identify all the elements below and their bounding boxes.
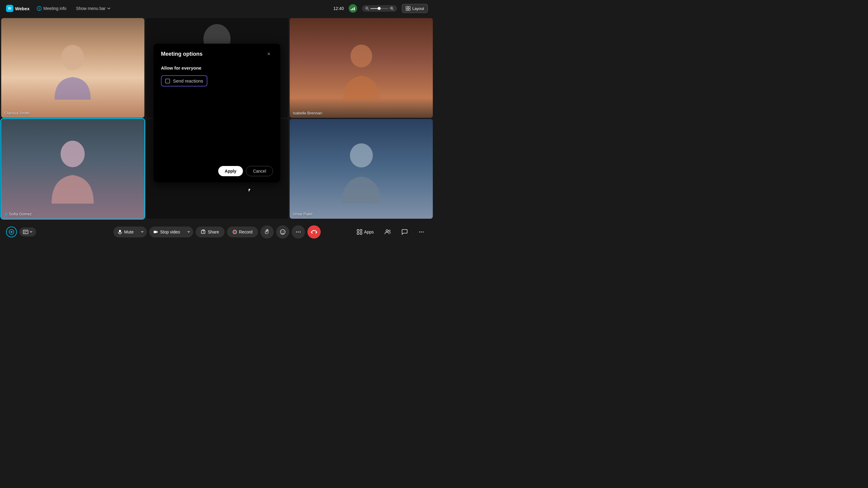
toolbar-center: Mute Stop video xyxy=(113,225,321,238)
svg-rect-43 xyxy=(360,230,362,231)
svg-line-5 xyxy=(368,9,369,10)
svg-rect-11 xyxy=(406,6,408,8)
zoom-in-icon[interactable] xyxy=(390,6,394,10)
info-icon xyxy=(37,6,41,11)
more-dots-icon xyxy=(296,229,301,235)
microphone-icon xyxy=(118,230,122,234)
stop-video-label: Stop video xyxy=(160,230,180,234)
close-icon: × xyxy=(267,51,271,57)
stop-video-split-button: Stop video xyxy=(149,227,193,237)
participant-sofia-label: Sofia Gomez xyxy=(4,212,32,216)
meeting-options-modal: Meeting options × Allow for everyone Sen… xyxy=(154,44,280,182)
share-label: Share xyxy=(208,230,219,234)
svg-rect-1 xyxy=(351,9,352,10)
record-icon xyxy=(232,230,237,234)
end-call-button[interactable] xyxy=(307,225,321,238)
webex-logo-icon: W xyxy=(6,5,13,12)
stop-video-chevron-icon xyxy=(187,230,190,233)
more-horizontal-icon xyxy=(418,229,425,235)
captions-chevron-icon xyxy=(30,230,33,233)
bottom-toolbar: Mute Stop video xyxy=(0,220,434,244)
share-button[interactable]: Share xyxy=(195,227,224,237)
video-tile-clarissa: Clarissa Smith xyxy=(1,18,144,118)
participants-button[interactable] xyxy=(381,225,394,238)
layout-button[interactable]: Layout xyxy=(402,4,428,13)
mic-active-icon xyxy=(4,213,8,216)
svg-line-8 xyxy=(393,9,394,10)
mute-chevron-button[interactable] xyxy=(138,227,147,236)
stop-video-chevron-button[interactable] xyxy=(184,227,193,236)
record-button[interactable]: Record xyxy=(227,227,258,237)
top-bar-right: 12:40 xyxy=(333,4,428,13)
webex-logo: W Webex xyxy=(6,5,30,12)
raise-hand-button[interactable] xyxy=(260,225,274,238)
svg-point-33 xyxy=(234,231,236,233)
svg-point-23 xyxy=(10,231,12,233)
more-right-button[interactable] xyxy=(415,225,428,238)
svg-point-15 xyxy=(61,45,84,70)
layout-grid-icon xyxy=(406,6,410,11)
apps-button[interactable]: Apps xyxy=(353,227,377,237)
webex-ring-icon[interactable] xyxy=(6,227,17,237)
svg-point-49 xyxy=(421,232,422,233)
svg-rect-12 xyxy=(408,6,410,8)
apply-button[interactable]: Apply xyxy=(218,166,243,176)
toolbar-right: Apps xyxy=(353,225,428,238)
webex-label: Webex xyxy=(15,6,30,11)
svg-point-47 xyxy=(389,230,390,232)
emoji-reaction-button[interactable] xyxy=(276,225,289,238)
participant-umar-figure xyxy=(336,137,387,207)
svg-point-50 xyxy=(423,232,424,233)
share-icon xyxy=(201,230,206,234)
end-call-icon xyxy=(311,229,317,235)
captions-button[interactable] xyxy=(19,227,36,236)
participant-clarissa-label: Clarissa Smith xyxy=(4,111,30,116)
raise-hand-icon xyxy=(264,229,270,235)
svg-point-38 xyxy=(298,232,299,233)
mute-main-button[interactable]: Mute xyxy=(113,227,138,237)
cancel-button[interactable]: Cancel xyxy=(246,166,273,176)
video-tile-isabelle: Isabelle Brennan xyxy=(290,18,433,118)
participant-sofia-figure xyxy=(45,134,100,207)
svg-rect-13 xyxy=(406,9,408,10)
participant-isabelle-label: Isabelle Brennan xyxy=(293,111,322,116)
svg-point-46 xyxy=(386,230,388,232)
svg-rect-3 xyxy=(354,7,355,10)
svg-rect-19 xyxy=(5,213,7,215)
apps-grid-icon xyxy=(357,229,362,235)
signal-strength-icon xyxy=(349,4,357,13)
chevron-down-icon xyxy=(107,6,111,10)
chat-icon xyxy=(401,229,408,235)
meeting-info-label: Meeting info xyxy=(43,6,66,11)
svg-point-48 xyxy=(419,232,420,233)
send-reactions-option[interactable]: Send reactions xyxy=(161,75,207,87)
send-reactions-label: Send reactions xyxy=(173,78,203,84)
more-options-button[interactable] xyxy=(292,225,305,238)
chat-button[interactable] xyxy=(398,225,411,238)
participant-isabelle-figure xyxy=(337,39,385,106)
record-label: Record xyxy=(239,230,253,234)
meeting-info-button[interactable]: Meeting info xyxy=(34,5,69,12)
emoji-icon xyxy=(280,229,286,235)
modal-footer: Apply Cancel xyxy=(154,161,280,182)
layout-label: Layout xyxy=(412,6,424,11)
top-bar: W Webex Meeting info Show menu bar 12:40 xyxy=(0,0,434,17)
modal-close-button[interactable]: × xyxy=(265,50,273,58)
svg-rect-45 xyxy=(360,233,362,234)
mute-split-button: Mute xyxy=(113,227,147,237)
modal-header: Meeting options × xyxy=(154,44,280,63)
stop-video-main-button[interactable]: Stop video xyxy=(149,227,184,237)
modal-section-title: Allow for everyone xyxy=(161,65,273,70)
top-bar-left: W Webex Meeting info Show menu bar xyxy=(6,5,113,12)
mute-chevron-icon xyxy=(141,230,144,233)
modal-title: Meeting options xyxy=(161,51,203,57)
svg-rect-24 xyxy=(23,230,28,234)
svg-rect-30 xyxy=(201,230,205,233)
svg-point-18 xyxy=(61,141,85,167)
zoom-out-icon[interactable] xyxy=(365,6,369,10)
mute-label: Mute xyxy=(124,230,133,234)
show-menu-bar-button[interactable]: Show menu bar xyxy=(73,5,113,12)
svg-point-37 xyxy=(296,232,297,233)
modal-body: Allow for everyone Send reactions xyxy=(154,63,280,161)
send-reactions-checkbox[interactable] xyxy=(165,78,170,84)
